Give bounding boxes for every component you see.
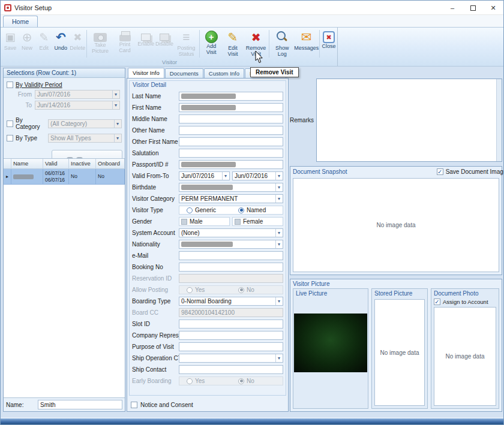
tab-custom-info[interactable]: Custom Info [204,68,244,78]
notice-and-consent-checkbox[interactable] [131,402,137,408]
valid-to-combo[interactable]: Jun/07/2016▾ [232,171,283,180]
company-represent-input[interactable] [179,331,283,340]
radio-label: Yes [195,378,205,384]
tab-home[interactable]: Home [3,16,38,27]
ribbon-button-label: New [22,46,32,52]
live-picture-panel: Live Picture [293,288,368,409]
ship-contact-input[interactable] [179,365,283,374]
visitor-category-combo[interactable]: PERM PERMANENT▾ [179,194,283,203]
save-document-image-option: Save Document Image [437,168,504,175]
male-option[interactable]: Male [179,217,230,226]
tab-visitor-info[interactable]: Visitor Info [128,68,164,78]
show-log-button[interactable]: Show Log [270,29,294,58]
document-snapshot-image: No image data [293,178,499,272]
no-image-placeholder: No image data [380,349,419,356]
remarks-scrollbar[interactable] [496,79,502,161]
field-label: e-Mail [132,252,179,259]
save-document-image-checkbox[interactable] [437,168,443,175]
selections-header: Selections (Row Count: 1) [4,68,125,78]
cell-onboard: No [96,169,125,185]
radio-label: No [247,378,254,384]
tab-documents[interactable]: Documents [165,68,203,78]
form-row-gender: GenderMaleFemale [132,216,283,227]
first-name-input[interactable] [179,103,283,112]
column-header-inactive[interactable]: Inactive [69,159,96,169]
name-filter-input[interactable] [38,400,122,409]
passport-id-input[interactable] [179,160,283,169]
edit-visit-button[interactable]: Edit Visit [222,29,244,58]
form-row-middle-name: Middle Name [132,113,283,125]
column-header-valid[interactable]: Valid [43,159,69,169]
column-header-onboard[interactable]: Onboard [96,159,125,169]
dropdown-arrow-icon: ▾ [275,195,282,203]
maximize-button[interactable] [463,1,483,15]
name-filter-label: Name: [6,402,35,408]
reservation-id-input [179,274,283,283]
form-row-reservation-id: Reservation ID [132,273,283,284]
add-visit-button[interactable]: Add Visit [200,29,222,56]
generic-radio[interactable]: Generic [179,207,231,213]
titlebar-close-button[interactable]: ✕ [483,1,503,15]
minimize-button[interactable]: – [442,1,463,15]
assign-to-account-checkbox[interactable] [434,299,440,305]
remarks-textarea[interactable] [316,79,502,162]
ship-operation-ct-combo[interactable]: ▾ [179,354,283,363]
birthdate-combo[interactable]: ▾ [179,183,283,192]
field-control [179,103,283,112]
gender-options: MaleFemale [179,217,283,226]
close-button[interactable]: Close [320,29,337,50]
other-first-name-input[interactable] [179,137,283,146]
ribbon-group-label: Visitor [2,59,337,65]
form-row-salutation: Salutation [132,147,283,159]
form-row-nationality: Nationality▾ [132,239,283,250]
field-control [179,160,283,169]
remove-visit-tooltip: Remove Visit [250,67,299,77]
document-snapshot-header: Document Snapshot Save Document Image [290,167,502,177]
by-type-checkbox[interactable] [7,135,13,141]
take-picture-button: Take Picture [88,29,113,55]
system-account-combo[interactable]: (None)▾ [179,228,283,237]
posting-status-button: Posting Status [174,29,199,58]
e-mail-input[interactable] [179,251,283,260]
middle-name-input[interactable] [179,114,283,123]
field-control: ▾ [179,240,283,249]
visitor-setup-window: Visitor Setup – ✕ Home SaveNewEditUndoDe… [0,0,504,425]
gender-label: Female [243,218,263,225]
ribbon-tab-row: Home [1,15,503,27]
to-label: To [8,102,35,108]
undo-button[interactable]: Undo [52,29,69,52]
valid-from-combo[interactable]: Jun/07/2016▾ [179,171,230,180]
form-row-allow-posting: Allow PostingYesNo [132,284,283,296]
by-category-checkbox[interactable] [7,120,13,127]
by-validity-period-checkbox[interactable] [7,82,13,88]
last-name-input[interactable] [179,92,283,101]
booking-no-input[interactable] [179,263,283,272]
form-row-boarding-type: Boarding Type0-Normal Boarding▾ [132,296,283,307]
column-header-name[interactable]: Name [11,159,43,169]
nationality-combo[interactable]: ▾ [179,240,283,249]
ribbon-separator [86,30,87,58]
redacted-value [181,162,236,167]
salutation-input[interactable] [179,149,283,158]
named-radio[interactable]: Named [231,207,283,213]
field-label: Middle Name [132,116,179,122]
female-option[interactable]: Female [232,217,283,226]
selections-grid[interactable]: NameValidInactiveOnboard ▸06/07/16 06/07… [4,158,125,397]
early-boarding-radios: YesNo [179,376,283,385]
table-row[interactable]: ▸06/07/16 06/07/16NoNo [4,169,125,185]
form-row-other-name: Other Name [132,125,283,136]
ribbon-button-label: Show Log [272,46,292,58]
cell-valid: 06/07/16 06/07/16 [43,169,69,185]
purpose-of-visit-input[interactable] [179,342,283,351]
messages-button[interactable]: Messages [294,29,319,52]
field-control: ▾ [179,183,283,192]
field-label: Ship Operation CT [132,355,179,361]
boarding-type-combo[interactable]: 0-Normal Boarding▾ [179,297,283,306]
slot-id-input[interactable] [179,319,283,328]
visitor-detail-title: Visitor Detail [133,82,166,88]
other-name-input[interactable] [179,126,283,135]
field-control [179,274,283,283]
field-label: Early Boarding [132,378,179,384]
field-control: 9842000104142100 [179,308,283,317]
form-row-last-name: Last Name [132,91,283,102]
